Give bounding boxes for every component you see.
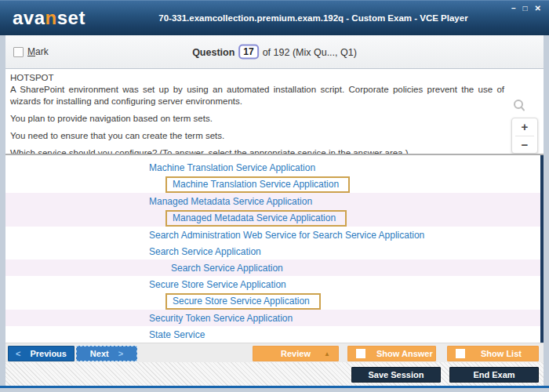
next-label: Next [90, 349, 109, 358]
service-option[interactable]: Managed Metadata Service Application [149, 196, 312, 207]
logo-part: ava [13, 7, 45, 28]
question-paragraph: You need to ensure that you can create t… [10, 130, 504, 142]
mark-checkbox[interactable] [13, 47, 24, 57]
end-exam-button[interactable]: End Exam [449, 367, 539, 383]
service-row: Search Service Application [5, 260, 544, 276]
chevron-left-icon: < [16, 349, 20, 358]
vce-player-window: avanset 70-331.examcollection.premium.ex… [0, 0, 549, 392]
triangle-up-icon: ▲ [324, 350, 330, 358]
answer-scrollbar[interactable] [540, 155, 544, 343]
question-paragraph: Which service should you configure? (To … [10, 147, 504, 155]
zoom-controls: + − [511, 118, 538, 154]
window-bottom-border [0, 386, 549, 392]
session-bar: Save Session End Exam [5, 362, 544, 386]
zoom-in-button[interactable]: + [512, 118, 537, 136]
service-row: Secure Store Service Application [5, 276, 544, 292]
title-bar: avanset 70-331.examcollection.premium.ex… [0, 0, 549, 35]
service-row: Machine Translation Service Application [5, 176, 544, 193]
service-row: Search Administration Web Service for Se… [5, 227, 544, 243]
question-type-label: HOTSPOT [10, 72, 504, 84]
previous-button[interactable]: < Previous [8, 346, 75, 361]
show-answer-checkbox[interactable] [356, 349, 365, 358]
service-option[interactable]: Search Service Application [171, 263, 283, 274]
close-icon[interactable]: ✕ [535, 5, 541, 13]
service-option-boxed[interactable]: Machine Translation Service Application [165, 176, 350, 193]
avanset-logo: avanset [13, 7, 85, 29]
zoom-out-button[interactable]: − [512, 136, 537, 154]
service-row: Managed Metadata Service Application [5, 193, 544, 209]
answer-area-panel: Machine Translation Service ApplicationM… [5, 155, 544, 343]
end-exam-label: End Exam [473, 370, 514, 379]
service-row: Managed Metadata Service Application [5, 209, 544, 227]
minimize-icon[interactable]: – [511, 5, 516, 13]
question-counter: Question 17 of 192 (Mix Qu..., Q1) [192, 45, 357, 60]
save-session-label: Save Session [369, 370, 424, 379]
show-list-label: Show List [481, 349, 522, 358]
service-row: State Service [5, 326, 544, 343]
show-answer-button[interactable]: Show Answer [347, 346, 436, 361]
logo-accent: n [45, 7, 57, 28]
save-session-button[interactable]: Save Session [351, 367, 441, 383]
window-title: 70-331.examcollection.premium.exam.192q … [85, 13, 549, 23]
service-option[interactable]: Search Administration Web Service for Se… [149, 230, 424, 241]
mark-group: Mark [13, 46, 49, 57]
question-meta: of 192 (Mix Qu..., Q1) [263, 46, 357, 57]
mark-label[interactable]: Mark [27, 46, 49, 57]
question-header-bar: Mark Question 17 of 192 (Mix Qu..., Q1) [5, 35, 544, 69]
service-list: Machine Translation Service ApplicationM… [5, 155, 544, 343]
window-controls: – □ ✕ [511, 5, 541, 13]
review-label: Review [281, 349, 311, 358]
service-option[interactable]: State Service [149, 329, 205, 340]
service-option[interactable]: Search Service Application [149, 246, 261, 257]
service-option[interactable]: Security Token Service Application [149, 313, 293, 324]
service-row: Secure Store Service Application [5, 292, 544, 310]
show-list-checkbox[interactable] [456, 349, 465, 358]
service-option[interactable]: Machine Translation Service Application [149, 162, 315, 173]
review-button[interactable]: Review ▲ [253, 346, 339, 361]
content-frame: Mark Question 17 of 192 (Mix Qu..., Q1) … [5, 35, 544, 386]
magnifier-icon[interactable] [512, 99, 526, 113]
chevron-right-icon: > [118, 349, 123, 358]
service-option-boxed[interactable]: Secure Store Service Application [165, 293, 321, 310]
next-button[interactable]: Next > [76, 346, 137, 361]
question-number: 17 [238, 45, 258, 60]
service-row: Search Service Application [5, 243, 544, 260]
show-answer-label: Show Answer [376, 349, 433, 358]
previous-label: Previous [30, 349, 66, 358]
logo-part: set [57, 7, 85, 28]
question-paragraph: A SharePoint environment was set up by u… [10, 84, 504, 107]
navigation-bar: < Previous Next > Review ▲ Show Answer S… [5, 343, 544, 362]
service-option-boxed[interactable]: Managed Metadata Service Application [165, 210, 347, 227]
service-option[interactable]: Secure Store Service Application [149, 279, 286, 290]
service-row: Machine Translation Service Application [5, 159, 544, 176]
question-paragraph: You plan to provide navigation based on … [10, 113, 504, 125]
service-row: Security Token Service Application [5, 310, 544, 326]
question-word: Question [192, 46, 235, 57]
maximize-icon[interactable]: □ [523, 5, 528, 13]
question-panel: HOTSPOT A SharePoint environment was set… [5, 69, 544, 155]
show-list-button[interactable]: Show List [447, 346, 539, 361]
